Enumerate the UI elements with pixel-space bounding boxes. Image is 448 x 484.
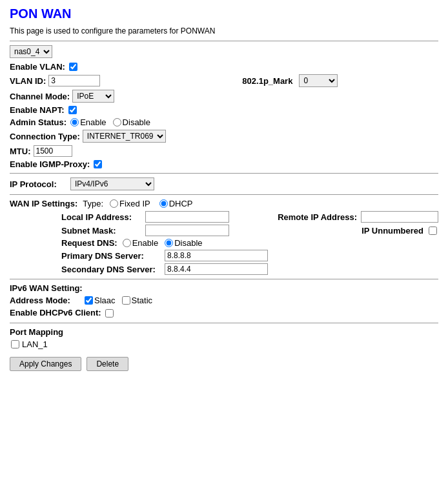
igmp-checkbox[interactable] bbox=[94, 160, 102, 168]
delete-button[interactable]: Delete bbox=[87, 357, 128, 371]
wan-type-fixed-radio[interactable] bbox=[110, 199, 118, 208]
request-dns-label: Request DNS: bbox=[61, 238, 117, 248]
channel-mode-select[interactable]: IPoEPPPoE bbox=[72, 90, 114, 103]
igmp-label: Enable IGMP-Proxy: bbox=[10, 159, 90, 169]
divider-1 bbox=[10, 173, 438, 174]
primary-dns-input[interactable] bbox=[165, 250, 268, 261]
dhcpv6-label: Enable DHCPv6 Client: bbox=[10, 308, 101, 319]
vlan-mark-select[interactable]: 0123 4567 bbox=[299, 74, 338, 87]
ip-unnumbered-label: IP Unnumbered bbox=[361, 226, 423, 236]
admin-status-disable-radio[interactable] bbox=[113, 118, 121, 126]
mtu-input[interactable] bbox=[34, 145, 72, 157]
secondary-dns-label: Secondary DNS Server: bbox=[61, 265, 165, 274]
ip-unnumbered-checkbox[interactable] bbox=[429, 227, 437, 235]
page-title: PON WAN bbox=[10, 6, 438, 21]
static-checkbox[interactable] bbox=[122, 296, 130, 305]
wan-type-dhcp-radio[interactable] bbox=[159, 199, 168, 208]
request-dns-enable-text: Enable bbox=[132, 238, 158, 248]
wan-ip-type-label: Type: bbox=[83, 199, 103, 208]
napt-label: Enable NAPT: bbox=[10, 105, 65, 115]
admin-status-enable-text: Enable bbox=[80, 117, 106, 127]
apply-changes-button[interactable]: Apply Changes bbox=[10, 357, 81, 371]
slaac-label: Slaac bbox=[94, 296, 116, 305]
request-dns-enable-radio[interactable] bbox=[123, 239, 131, 247]
wan-type-dhcp-label: DHCP bbox=[169, 199, 193, 208]
page-description: This page is used to configure the param… bbox=[10, 26, 438, 35]
remote-ip-input[interactable] bbox=[361, 211, 438, 223]
local-ip-label: Local IP Address: bbox=[61, 212, 145, 222]
remote-ip-label: Remote IP Address: bbox=[278, 212, 357, 222]
divider-3 bbox=[10, 279, 438, 279]
interface-select[interactable]: nas0_4 bbox=[10, 45, 52, 58]
ipv6-section-label: IPv6 WAN Setting: bbox=[10, 283, 83, 293]
request-dns-disable-radio[interactable] bbox=[165, 239, 173, 247]
wan-type-fixed-label: Fixed IP bbox=[119, 199, 150, 208]
slaac-checkbox[interactable] bbox=[85, 296, 93, 305]
ip-protocol-label: IP Protocol: bbox=[10, 179, 68, 189]
enable-vlan-label: Enable VLAN: bbox=[10, 62, 65, 72]
dhcpv6-checkbox[interactable] bbox=[105, 309, 114, 318]
vlan-id-input[interactable] bbox=[48, 75, 100, 86]
divider-top bbox=[10, 41, 438, 41]
enable-vlan-checkbox[interactable] bbox=[69, 63, 77, 71]
static-label: Static bbox=[132, 296, 153, 305]
subnet-mask-label: Subnet Mask: bbox=[61, 226, 145, 236]
lan1-checkbox[interactable] bbox=[11, 340, 19, 348]
port-mapping-label: Port Mapping bbox=[10, 327, 63, 337]
admin-status-disable-text: Disable bbox=[123, 117, 150, 127]
connection-type-select[interactable]: INTERNET_TR069INTERNETTR069OTHER bbox=[83, 130, 166, 143]
vlan-id-label: VLAN ID: bbox=[10, 76, 46, 86]
ip-protocol-select[interactable]: IPv4/IPv6IPv4IPv6 bbox=[70, 177, 154, 190]
local-ip-input[interactable] bbox=[145, 211, 229, 223]
napt-checkbox[interactable] bbox=[68, 106, 77, 114]
mtu-label: MTU: bbox=[10, 146, 31, 156]
admin-status-label: Admin Status: bbox=[10, 117, 66, 127]
admin-status-enable-radio[interactable] bbox=[70, 118, 79, 126]
divider-2 bbox=[10, 194, 438, 195]
connection-type-label: Connection Type: bbox=[10, 132, 80, 141]
divider-4 bbox=[10, 323, 438, 323]
channel-mode-label: Channel Mode: bbox=[10, 92, 70, 101]
wan-ip-section-label: WAN IP Settings: bbox=[10, 199, 77, 208]
subnet-mask-input[interactable] bbox=[145, 225, 229, 236]
secondary-dns-input[interactable] bbox=[165, 263, 268, 275]
vlan-mark-label: 802.1p_Mark bbox=[242, 76, 292, 86]
address-mode-label: Address Mode: bbox=[10, 296, 81, 305]
lan1-label: LAN_1 bbox=[22, 339, 48, 349]
request-dns-disable-text: Disable bbox=[174, 238, 202, 248]
primary-dns-label: Primary DNS Server: bbox=[61, 251, 165, 261]
